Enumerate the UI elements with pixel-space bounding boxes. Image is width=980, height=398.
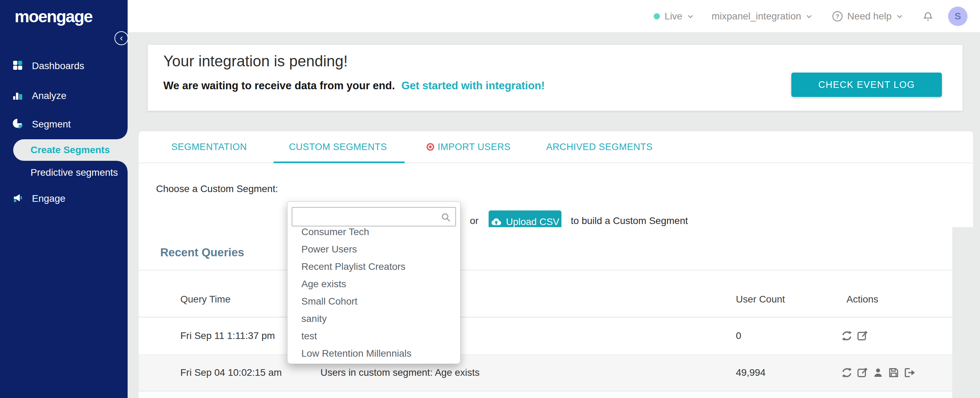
save-icon[interactable] bbox=[888, 367, 900, 379]
choose-segment-row: Choose a Custom Segment: Select Custom S… bbox=[139, 163, 973, 227]
environment-label: Live bbox=[665, 11, 682, 22]
moengage-logo: moengage bbox=[14, 7, 92, 26]
chevron-down-icon bbox=[805, 13, 813, 20]
avatar[interactable]: S bbox=[948, 6, 967, 26]
need-help-label: Need help bbox=[847, 11, 892, 22]
recent-queries-title: Recent Queries bbox=[160, 246, 244, 259]
tab-label: CUSTOM SEGMENTS bbox=[289, 142, 387, 152]
recent-queries-card: Recent Queries Query Time User Count Act… bbox=[139, 227, 952, 398]
user-icon[interactable] bbox=[872, 367, 884, 379]
dropdown-option[interactable]: Power Users bbox=[288, 241, 460, 258]
build-segment-text: to build a Custom Segment bbox=[571, 215, 688, 227]
user-count-cell: 0 bbox=[736, 317, 741, 354]
sidebar-item-label: Segment bbox=[32, 119, 71, 130]
column-header-query-time: Query Time bbox=[180, 294, 231, 305]
search-icon bbox=[441, 212, 451, 224]
dropdown-option[interactable]: sanity bbox=[288, 310, 460, 328]
sidebar-item-analyze[interactable]: Analyze bbox=[0, 85, 127, 106]
cloud-upload-icon bbox=[491, 216, 502, 227]
segments-card: SEGMENTATION CUSTOM SEGMENTS IMPORT USER… bbox=[139, 131, 973, 227]
dropdown-option[interactable]: Consumer Tech bbox=[288, 223, 460, 241]
actions-cell bbox=[841, 317, 868, 354]
workspace-label: mixpanel_integration bbox=[711, 11, 801, 22]
environment-dropdown[interactable]: Live bbox=[654, 11, 694, 22]
custom-segment-dropdown: Consumer Tech Power Users Recent Playlis… bbox=[287, 201, 461, 364]
tab-label: SEGMENTATION bbox=[171, 142, 247, 152]
question-circle-icon: ? bbox=[832, 11, 843, 22]
edit-icon[interactable] bbox=[856, 367, 868, 379]
banner-subtitle-text: We are waiting to receive data from your… bbox=[163, 80, 395, 92]
tab-bar: SEGMENTATION CUSTOM SEGMENTS IMPORT USER… bbox=[139, 131, 973, 163]
dropdown-option[interactable]: Low Retention Millennials bbox=[288, 345, 460, 362]
sidebar-item-label: Analyze bbox=[32, 90, 67, 101]
table-row: Fri Sep 04 10:02:15 am Users in custom s… bbox=[139, 355, 952, 391]
get-started-link[interactable]: Get started with integration! bbox=[401, 80, 544, 92]
pie-chart-icon bbox=[13, 118, 23, 130]
divider bbox=[139, 391, 952, 392]
or-text: or bbox=[470, 215, 479, 227]
integration-pending-banner: Your integration is pending! We are wait… bbox=[147, 45, 963, 111]
live-dot bbox=[654, 13, 660, 19]
refresh-icon[interactable] bbox=[841, 367, 853, 379]
dropdown-option[interactable]: Age exists bbox=[288, 275, 460, 293]
red-target-icon bbox=[426, 143, 434, 151]
search-input[interactable] bbox=[296, 209, 441, 224]
topbar: Live mixpanel_integration ? Need help bbox=[127, 0, 980, 33]
chevron-left-icon: ‹ bbox=[120, 33, 123, 43]
tab-import-users[interactable]: IMPORT USERS bbox=[426, 131, 511, 163]
tab-segmentation[interactable]: SEGMENTATION bbox=[171, 131, 247, 163]
sidebar-item-create-segments[interactable]: Create Segments bbox=[13, 139, 127, 161]
bar-chart-icon bbox=[13, 90, 23, 102]
sidebar-item-label: Engage bbox=[32, 193, 65, 204]
table-row: Fri Sep 11 1:11:37 pm 0 bbox=[139, 317, 952, 354]
dropdown-option[interactable]: Recent Playlist Creators bbox=[288, 258, 460, 275]
sidebar-item-predictive-segments[interactable]: Predictive segments bbox=[0, 162, 127, 183]
tab-custom-segments[interactable]: CUSTOM SEGMENTS bbox=[289, 131, 387, 163]
workspace-dropdown[interactable]: mixpanel_integration bbox=[711, 11, 813, 22]
tab-archived-segments[interactable]: ARCHIVED SEGMENTS bbox=[546, 131, 653, 163]
active-pill-top-curve bbox=[117, 129, 127, 139]
sidebar-collapse-button[interactable]: ‹ bbox=[115, 31, 128, 45]
need-help-dropdown[interactable]: ? Need help bbox=[832, 11, 904, 22]
bell-icon bbox=[923, 11, 934, 22]
query-time-cell: Fri Sep 04 10:02:15 am bbox=[180, 355, 282, 391]
banner-title: Your integration is pending! bbox=[163, 53, 348, 70]
edit-icon[interactable] bbox=[856, 330, 868, 342]
choose-segment-label: Choose a Custom Segment: bbox=[156, 183, 278, 195]
sidebar-item-label: Dashboards bbox=[32, 61, 84, 72]
banner-subtitle: We are waiting to receive data from your… bbox=[163, 80, 545, 92]
grid-icon bbox=[13, 60, 23, 72]
actions-cell bbox=[841, 355, 915, 391]
tab-label: ARCHIVED SEGMENTS bbox=[546, 142, 653, 152]
column-header-user-count: User Count bbox=[736, 294, 785, 305]
query-time-cell: Fri Sep 11 1:11:37 pm bbox=[180, 317, 275, 354]
avatar-initial: S bbox=[955, 11, 961, 22]
chevron-down-icon bbox=[687, 13, 694, 20]
upload-csv-label: Upload CSV bbox=[506, 216, 559, 227]
column-header-actions: Actions bbox=[846, 294, 878, 305]
sidebar-item-dashboards[interactable]: Dashboards bbox=[0, 56, 127, 77]
chevron-down-icon bbox=[896, 13, 904, 20]
export-icon[interactable] bbox=[904, 367, 915, 379]
sidebar-item-engage[interactable]: Engage bbox=[0, 188, 127, 209]
dropdown-option[interactable]: test bbox=[288, 328, 460, 345]
svg-text:?: ? bbox=[836, 13, 839, 20]
sidebar-item-segment[interactable]: Segment bbox=[0, 114, 127, 135]
divider bbox=[139, 270, 952, 270]
refresh-icon[interactable] bbox=[841, 330, 853, 342]
dropdown-option[interactable]: Small Cohort bbox=[288, 293, 460, 310]
notifications-button[interactable] bbox=[923, 11, 934, 22]
sidebar-item-label: Create Segments bbox=[30, 144, 110, 156]
dropdown-options-list: Consumer Tech Power Users Recent Playlis… bbox=[288, 223, 460, 362]
app-window: moengage Dashboards Analyze Segment Crea… bbox=[0, 0, 980, 398]
user-count-cell: 49,994 bbox=[736, 355, 766, 391]
tab-label: IMPORT USERS bbox=[438, 142, 511, 152]
megaphone-icon bbox=[13, 193, 23, 205]
check-event-log-button[interactable]: CHECK EVENT LOG bbox=[791, 73, 942, 97]
sidebar-item-label: Predictive segments bbox=[30, 167, 118, 178]
sidebar: moengage Dashboards Analyze Segment Crea… bbox=[0, 0, 127, 398]
